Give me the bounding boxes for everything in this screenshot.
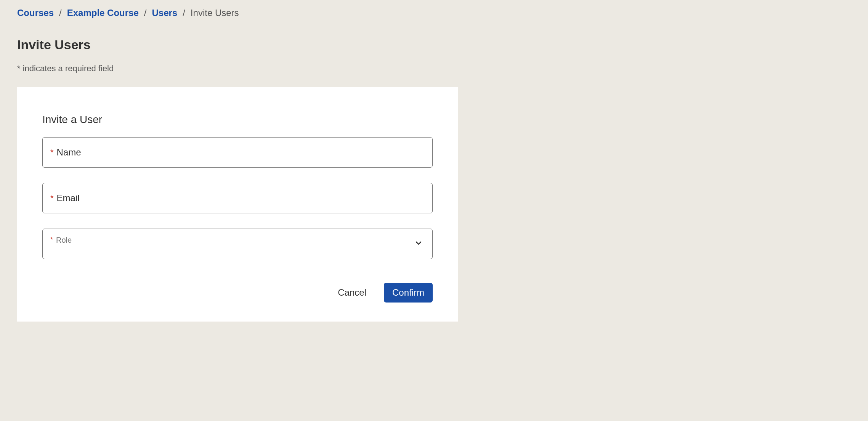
form-actions: Cancel Confirm bbox=[42, 283, 433, 303]
email-input[interactable] bbox=[83, 193, 425, 203]
name-field-container[interactable]: * Name bbox=[42, 137, 433, 168]
breadcrumb-link-example-course[interactable]: Example Course bbox=[67, 8, 139, 18]
required-asterisk: * bbox=[50, 193, 54, 203]
required-field-note: * indicates a required field bbox=[17, 64, 851, 74]
confirm-button[interactable]: Confirm bbox=[384, 283, 433, 303]
breadcrumb-separator: / bbox=[183, 8, 185, 18]
cancel-button[interactable]: Cancel bbox=[335, 283, 369, 302]
role-label: Role bbox=[56, 236, 72, 245]
breadcrumb-link-users[interactable]: Users bbox=[152, 8, 177, 18]
breadcrumb-separator: / bbox=[59, 8, 62, 18]
chevron-down-icon bbox=[414, 239, 423, 249]
required-asterisk: * bbox=[50, 236, 53, 244]
role-select[interactable]: * Role bbox=[42, 229, 433, 259]
breadcrumb: Courses / Example Course / Users / Invit… bbox=[17, 8, 851, 18]
required-asterisk: * bbox=[50, 147, 54, 157]
breadcrumb-separator: / bbox=[144, 8, 147, 18]
email-label: Email bbox=[57, 193, 80, 203]
form-title: Invite a User bbox=[42, 114, 433, 126]
breadcrumb-link-courses[interactable]: Courses bbox=[17, 8, 54, 18]
name-input[interactable] bbox=[84, 147, 425, 158]
page-title: Invite Users bbox=[17, 37, 851, 52]
email-field-container[interactable]: * Email bbox=[42, 183, 433, 213]
name-label: Name bbox=[57, 147, 81, 158]
invite-user-card: Invite a User * Name * Email * Role Canc… bbox=[17, 87, 458, 322]
breadcrumb-current: Invite Users bbox=[191, 8, 239, 18]
